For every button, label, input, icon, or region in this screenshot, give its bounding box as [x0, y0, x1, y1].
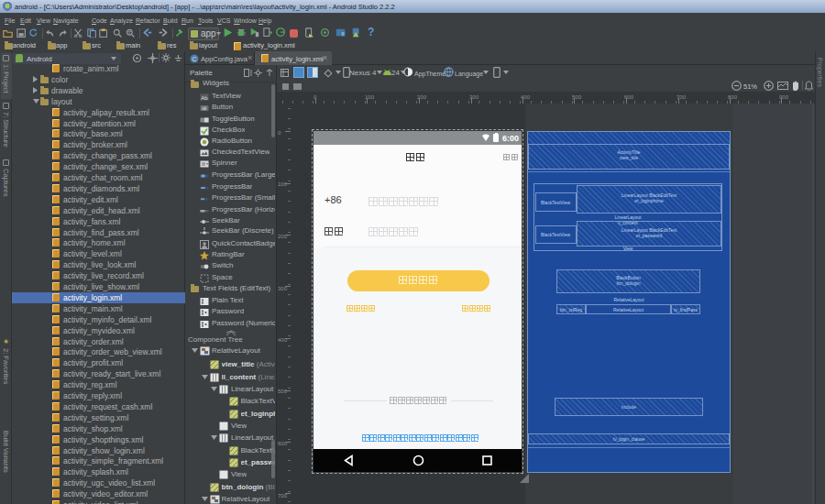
svg-text:C: C [192, 56, 196, 62]
svg-text:ok: ok [203, 106, 208, 111]
svg-text:Ab: Ab [201, 95, 208, 101]
